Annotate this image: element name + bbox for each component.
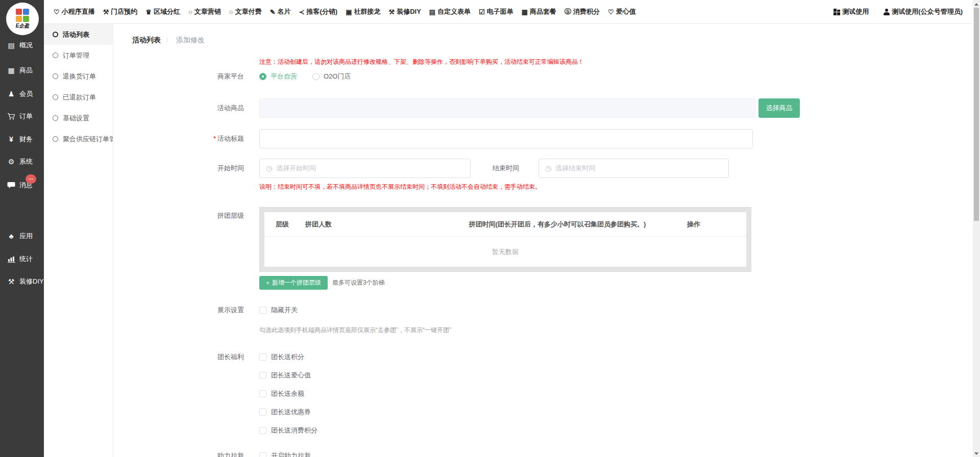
submenu-item-return-orders[interactable]: 退换货订单 (44, 66, 113, 87)
radio-o2o-store[interactable]: O2O门店 (312, 72, 351, 81)
points-icon: Ⓢ (565, 7, 571, 16)
account-menu[interactable]: 测试使用(公众号管理员) (883, 7, 963, 16)
app-logo[interactable]: E企盈 (6, 3, 39, 35)
sub-sidebar: 活动列表 订单管理 退换货订单 已退款订单 基础设置 聚合供应链订单管理 (44, 24, 113, 457)
end-time-input[interactable]: ◷ 选择结束时间 (538, 159, 729, 178)
select-product-button[interactable]: 选择商品 (758, 98, 800, 118)
table-empty-state: 暂无数据 (264, 237, 746, 267)
sidebar-item-system[interactable]: ⚙ 系统 (7, 157, 33, 166)
activity-product-input[interactable] (259, 98, 755, 118)
finance-yen-icon: ¥ (7, 135, 15, 143)
scroll-up-icon[interactable] (974, 3, 978, 6)
top-nav: ♡小程序直播 ⚒门店预约 ♛区域分红 ○文章营销 ○文章付费 ✎名片 ≺推客(分… (54, 7, 636, 16)
radio-platform-self[interactable]: 平台自营 (259, 72, 297, 81)
submenu-item-supply-chain-orders[interactable]: 聚合供应链订单管理 (44, 129, 113, 149)
message-count-badge: … (26, 174, 36, 184)
submenu-item-basic-settings[interactable]: 基础设置 (44, 108, 113, 129)
top-bar: ♡小程序直播 ⚒门店预约 ♛区域分红 ○文章营销 ○文章付费 ✎名片 ≺推客(分… (44, 0, 973, 24)
hammer-icon: ⚒ (388, 8, 395, 16)
goblet-icon: ♛ (145, 8, 152, 16)
cutoff-checkbox[interactable]: 开启助力拉新 (259, 451, 311, 457)
submenu-item-refunded-orders[interactable]: 已退款订单 (44, 87, 113, 108)
sidebar-item-label: 装修DIY (19, 277, 44, 286)
benefit-points-checkbox[interactable]: 团长送积分 (259, 352, 304, 362)
nav-item-e-waybill[interactable]: ☑电子面单 (479, 7, 513, 16)
nav-item-business-card[interactable]: ✎名片 (270, 7, 291, 16)
scrollbar-thumb[interactable] (974, 8, 979, 221)
circle-icon: ○ (229, 8, 233, 16)
column-level: 层级 (276, 220, 305, 229)
sidebar-item-stats[interactable]: 统计 (7, 255, 33, 264)
benefit-love-checkbox[interactable]: 团长送爱心值 (259, 371, 311, 380)
benefit-consume-points-checkbox[interactable]: 团长送消费积分 (259, 426, 317, 435)
nav-item-decorate-diy[interactable]: ⚒装修DIY (388, 7, 421, 16)
column-action: 操作 (687, 220, 746, 229)
clock-icon: ◷ (545, 164, 551, 172)
leader-benefit-row: 团长送余额 (113, 389, 304, 399)
vertical-scrollbar[interactable] (973, 0, 980, 457)
goods-icon: ▦ (7, 66, 15, 74)
benefit-balance-checkbox[interactable]: 团长送余额 (259, 389, 304, 398)
add-level-button[interactable]: + 新增一个拼团层级 (259, 276, 328, 290)
leader-benefit-row: 团长送优惠券 (113, 407, 311, 417)
display-settings-row: 展示设置 隐藏开关 (113, 305, 298, 315)
system-gear-icon: ⚙ (7, 158, 15, 166)
sidebar-item-label: 概况 (19, 41, 33, 50)
circle-bullet-icon (53, 136, 58, 142)
activity-title-label: *活动标题 (113, 134, 259, 143)
heart-icon: ♡ (608, 8, 614, 16)
sidebar-item-orders[interactable]: 订单 (7, 112, 33, 121)
nav-item-group-chain[interactable]: ▣社群接龙 (346, 7, 380, 16)
checkbox-icon (259, 307, 266, 314)
logo-text: E企盈 (16, 22, 30, 30)
circle-bullet-icon (53, 53, 58, 58)
leader-benefits-label: 团长福利 (113, 352, 259, 362)
max-levels-hint: 最多可设置3个阶梯 (332, 278, 385, 287)
nav-item-love-value[interactable]: ♡爱心值 (608, 7, 636, 16)
hide-switch-checkbox[interactable]: 隐藏开关 (259, 306, 298, 315)
submenu-item-activity-list[interactable]: 活动列表 (44, 24, 113, 45)
sidebar-item-label: 商品 (19, 66, 33, 75)
display-help-text: 勾选此选项则手机端商品详情页底部仅展示“去参团”，不展示“一键开团” (259, 326, 451, 335)
nav-item-consume-points[interactable]: Ⓢ消费积分 (565, 7, 600, 16)
nav-item-product-package[interactable]: ▦商品套餐 (522, 7, 556, 16)
nav-item-article-marketing[interactable]: ○文章营销 (188, 7, 221, 16)
nav-item-distribution[interactable]: ≺推客(分销) (299, 7, 338, 16)
column-time: 拼团时间(团长开团后，有多少小时可以召集团员参团购买。) (428, 220, 687, 229)
scroll-down-icon[interactable] (974, 452, 978, 455)
checkbox-icon (259, 409, 266, 416)
sidebar-item-goods[interactable]: ▦ 商品 (7, 66, 33, 75)
sidebar-item-members[interactable]: ♟ 会员 (7, 89, 33, 98)
circle-bullet-icon (53, 73, 58, 79)
sidebar-item-apps[interactable]: ♣ 应用 (7, 232, 33, 241)
nav-item-store-booking[interactable]: ⚒门店预约 (103, 7, 138, 16)
merchant-platform-label: 商家平台 (113, 72, 259, 81)
cutoff-label: 助力拉新 (113, 451, 259, 457)
activity-title-input[interactable] (259, 129, 753, 148)
circle-bullet-icon (53, 94, 58, 100)
group-levels-table: 层级 拼团人数 拼团时间(团长开团后，有多少小时可以召集团员参团购买。) 操作 … (259, 207, 751, 272)
checkbox-icon (259, 390, 266, 397)
sidebar-item-finance[interactable]: ¥ 财务 (7, 135, 33, 144)
diy-hammer-icon: ⚒ (7, 277, 15, 286)
benefit-coupon-checkbox[interactable]: 团长送优惠券 (259, 408, 311, 417)
add-level-row: + 新增一个拼团层级 最多可设置3个阶梯 (113, 276, 385, 290)
submenu-item-order-management[interactable]: 订单管理 (44, 45, 113, 66)
start-time-input[interactable]: ◷ 选择开始时间 (259, 159, 471, 178)
sidebar-item-label: 系统 (19, 157, 33, 166)
nav-item-live[interactable]: ♡小程序直播 (54, 7, 95, 16)
breadcrumb-activity-list[interactable]: 活动列表 (132, 36, 161, 45)
nav-item-region-dividend[interactable]: ♛区域分红 (145, 7, 180, 16)
group-levels-label: 拼团层级 (113, 207, 259, 220)
workspace-switcher[interactable]: 测试使用 (834, 7, 869, 16)
nav-item-custom-form[interactable]: ▤自定义表单 (429, 7, 471, 16)
sidebar-item-overview[interactable]: ▤ 概况 (7, 41, 33, 50)
checkbox-icon (259, 427, 266, 434)
nav-item-article-pay[interactable]: ○文章付费 (229, 7, 262, 16)
apps-icon: ♣ (7, 232, 15, 240)
circle-bullet-icon (53, 32, 58, 37)
user-icon (883, 9, 890, 15)
breadcrumb-separator: 〉 (165, 36, 172, 45)
circle-icon: ○ (188, 8, 192, 16)
sidebar-item-diy[interactable]: ⚒ 装修DIY (7, 277, 44, 286)
